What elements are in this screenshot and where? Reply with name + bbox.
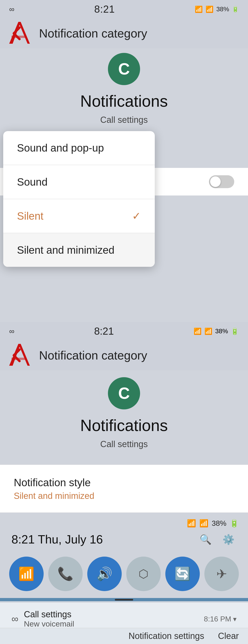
notif-time: 8:16 PM ▾ — [204, 615, 237, 623]
status-left: ∞ — [9, 5, 14, 14]
notif-voicemail-icon: ∞ — [11, 614, 18, 624]
bluetooth-tile-icon: ⬡ — [138, 567, 148, 580]
dropdown-item-sound-popup[interactable]: Sound and pop-up — [3, 131, 155, 165]
app-icon-letter: C — [118, 60, 130, 78]
call-settings-label: Call settings — [100, 115, 148, 125]
title-bar-bottom: Notification category — [0, 340, 248, 370]
app-icon-area-top: C Notifications Call settings — [0, 53, 248, 125]
qs-status-bar: 📶 📶 38% 🔋 — [0, 515, 248, 531]
svg-marker-1 — [18, 22, 30, 44]
tile-wifi[interactable]: 📶 — [9, 556, 44, 591]
notification-style-label: Notification style — [14, 476, 234, 489]
status-bar-top: ∞ 8:21 📶 📶 38% 🔋 — [0, 0, 248, 18]
clear-btn[interactable]: Clear — [218, 631, 239, 641]
dropdown-item-label: Sound and pop-up — [17, 142, 104, 154]
dropdown-item-label: Silent — [17, 210, 43, 222]
wifi-icon: 📶 — [195, 6, 203, 13]
qs-status-right: 📶 📶 38% 🔋 — [187, 519, 239, 528]
status-bar-bottom: ∞ 8:21 📶 📶 38% 🔋 — [0, 322, 248, 340]
qs-battery-icon: 🔋 — [230, 519, 239, 528]
notif-item-left: ∞ Call settings New voicemail — [11, 610, 74, 628]
dropdown-item-label: Silent and minimized — [17, 244, 114, 256]
sound-tile-icon: 🔊 — [97, 566, 113, 582]
tile-bluetooth[interactable]: ⬡ — [126, 556, 161, 591]
tile-airplane[interactable]: ✈ — [204, 556, 239, 591]
tile-sync[interactable]: 🔄 — [165, 556, 200, 591]
notif-main-text: Call settings — [24, 610, 74, 620]
status-left-2: ∞ — [9, 327, 14, 336]
qs-signal: 📶 — [199, 519, 209, 528]
app-icon-area-bottom: C Notifications Call settings — [0, 377, 248, 449]
notification-settings-btn[interactable]: Notification settings — [128, 631, 204, 641]
dropdown-item-silent-minimized[interactable]: Silent and minimized — [3, 233, 155, 267]
notification-style-dropdown[interactable]: Sound and pop-up Sound Silent ✓ Silent a… — [3, 131, 155, 267]
search-icon-btn[interactable]: 🔍 — [198, 531, 214, 548]
app-logo-2 — [7, 343, 32, 368]
app-icon-letter-2: C — [118, 384, 130, 402]
signal-icon-2: 📶 — [204, 328, 212, 335]
notif-texts: Call settings New voicemail — [24, 610, 74, 628]
drag-handle — [115, 599, 133, 600]
signal-icon: 📶 — [206, 6, 214, 13]
app-icon-2: C — [108, 377, 140, 410]
notification-style-value: Silent and minimized — [14, 491, 234, 501]
call-settings-label-2: Call settings — [100, 439, 148, 449]
notifications-heading: Notifications — [80, 92, 168, 110]
notif-expand-icon[interactable]: ▾ — [233, 615, 237, 623]
status-right-2: 📶 📶 38% 🔋 — [194, 328, 239, 335]
page-title: Notification category — [39, 26, 147, 40]
battery-icon: 🔋 — [232, 6, 239, 12]
battery-text: 38% — [216, 6, 229, 13]
status-right: 📶 📶 38% 🔋 — [195, 6, 239, 13]
tile-call[interactable]: 📞 — [48, 556, 83, 591]
qs-action-icons: 🔍 ⚙️ — [198, 531, 237, 548]
qs-time-date: 8:21 Thu, July 16 — [11, 532, 103, 546]
selected-checkmark: ✓ — [132, 210, 141, 222]
dropdown-item-silent[interactable]: Silent ✓ — [3, 199, 155, 233]
wifi-icon-2: 📶 — [194, 328, 202, 335]
settings-icon-btn[interactable]: ⚙️ — [221, 531, 237, 548]
status-time-2: 8:21 — [94, 326, 114, 337]
battery-icon-2: 🔋 — [231, 328, 239, 335]
notif-sub-text: New voicemail — [24, 620, 74, 628]
dropdown-item-sound[interactable]: Sound — [3, 165, 155, 199]
notif-time-text: 8:16 PM — [204, 615, 231, 623]
qs-wifi: 📶 — [187, 519, 196, 528]
status-time: 8:21 — [94, 4, 115, 15]
battery-text-2: 38% — [215, 328, 228, 335]
qs-battery: 38% — [212, 519, 226, 528]
call-tile-icon: 📞 — [57, 566, 74, 582]
notification-style-row[interactable]: Notification style Silent and minimized — [0, 464, 248, 513]
page-title-2: Notification category — [39, 348, 147, 362]
airplane-tile-icon: ✈ — [216, 566, 227, 582]
voicemail-icon: ∞ — [9, 5, 14, 14]
bottom-action-bar: Notification settings Clear — [0, 628, 248, 644]
dropdown-item-label: Sound — [17, 176, 48, 188]
notifications-heading-2: Notifications — [80, 416, 168, 435]
app-logo — [7, 21, 32, 46]
app-icon: C — [108, 53, 140, 85]
wifi-tile-icon: 📶 — [18, 566, 34, 582]
qs-datetime-row: 8:21 Thu, July 16 🔍 ⚙️ — [0, 531, 248, 548]
toggle-switch[interactable] — [209, 175, 234, 188]
qs-tiles-row: 📶 📞 🔊 ⬡ 🔄 ✈ — [0, 556, 248, 591]
sync-tile-icon: 🔄 — [174, 566, 191, 582]
title-bar-top: Notification category — [0, 18, 248, 48]
tile-sound[interactable]: 🔊 — [87, 556, 122, 591]
svg-marker-4 — [18, 344, 30, 366]
